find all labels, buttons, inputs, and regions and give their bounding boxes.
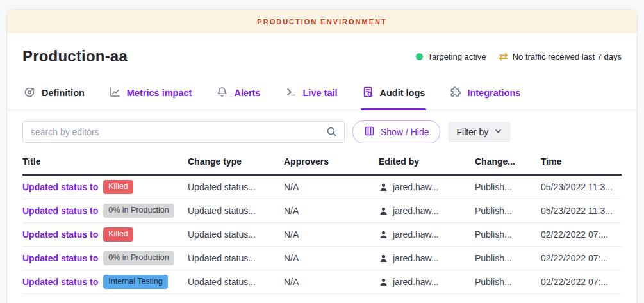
edited-by-cell: jared.haw...	[379, 277, 475, 287]
traffic-arrows-icon: ⇄	[499, 51, 508, 62]
approvers-cell: N/A	[284, 229, 379, 240]
tab-label: Alerts	[234, 88, 260, 98]
audit-log-table: Title Change type Approvers Edited by Ch…	[22, 151, 622, 294]
person-icon	[379, 183, 388, 192]
editor-name: jared.haw...	[393, 277, 439, 287]
change-type-cell: Updated status...	[188, 206, 284, 216]
person-icon	[379, 230, 388, 240]
person-icon	[379, 277, 388, 287]
table-row[interactable]: Updated status to Killed Updated status.…	[22, 223, 622, 247]
column-header-change: Change...	[475, 156, 541, 167]
header: Production-aa Targeting active ⇄ No traf…	[7, 33, 637, 65]
filter-by-button[interactable]: Filter by	[448, 122, 511, 142]
banner-text: PRODUCTION ENVIRONMENT	[257, 18, 386, 26]
table-row[interactable]: Updated status to 0% in Production Updat…	[22, 247, 622, 270]
editor-name: jared.haw...	[393, 229, 439, 240]
traffic-status-label: No traffic received last 7 days	[513, 52, 622, 61]
time-cell: 02/22/2022 07:...	[541, 253, 622, 263]
status-badge: Killed	[103, 180, 133, 193]
chevron-down-icon	[494, 127, 502, 137]
edited-by-cell: jared.haw...	[379, 229, 475, 240]
title-link[interactable]: Updated status to	[22, 182, 98, 192]
status-indicators: Targeting active ⇄ No traffic received l…	[416, 51, 622, 62]
tab-audit-logs[interactable]: Audit logs	[361, 78, 427, 110]
title-link[interactable]: Updated status to	[22, 277, 98, 287]
approvers-cell: N/A	[284, 206, 379, 216]
title-cell: Updated status to Killed	[22, 180, 188, 193]
time-cell: 02/22/2022 07:...	[541, 277, 622, 287]
edited-by-cell: jared.haw...	[379, 182, 475, 192]
table-header-row: Title Change type Approvers Edited by Ch…	[22, 151, 622, 176]
time-cell: 05/23/2022 11:3...	[541, 182, 622, 192]
tab-label: Live tail	[303, 88, 338, 98]
terminal-icon	[285, 86, 297, 100]
edited-by-cell: jared.haw...	[379, 206, 475, 216]
change-cell: Publish...	[475, 182, 541, 192]
change-type-cell: Updated status...	[188, 229, 284, 240]
status-badge: Internal Testing	[103, 275, 168, 288]
person-icon	[379, 206, 388, 216]
audit-log-icon	[362, 86, 374, 100]
tab-label: Definition	[42, 88, 85, 98]
change-cell: Publish...	[475, 277, 541, 287]
change-type-cell: Updated status...	[188, 253, 284, 263]
change-cell: Publish...	[475, 206, 541, 216]
search-input[interactable]	[22, 121, 345, 143]
change-cell: Publish...	[475, 229, 541, 240]
title-link[interactable]: Updated status to	[22, 229, 98, 240]
tab-live-tail[interactable]: Live tail	[284, 78, 339, 110]
table-row[interactable]: Updated status to 0% in Production Updat…	[22, 199, 622, 223]
bell-icon	[216, 86, 228, 100]
tab-definition[interactable]: Definition	[22, 78, 86, 110]
table-row[interactable]: Updated status to Killed Updated status.…	[22, 176, 622, 199]
search-icon	[326, 126, 338, 140]
title-link[interactable]: Updated status to	[22, 206, 98, 216]
change-type-cell: Updated status...	[188, 277, 284, 287]
green-dot-icon	[416, 53, 423, 60]
status-badge: 0% in Production	[103, 251, 174, 265]
change-cell: Publish...	[475, 253, 541, 263]
filter-by-label: Filter by	[456, 127, 488, 137]
person-icon	[379, 254, 388, 263]
edited-by-cell: jared.haw...	[379, 253, 475, 263]
table-row[interactable]: Updated status to Internal Testing Updat…	[22, 270, 622, 294]
column-header-edited-by: Edited by	[379, 156, 475, 167]
status-badge: Killed	[103, 227, 133, 241]
approvers-cell: N/A	[284, 182, 379, 192]
metrics-icon	[109, 86, 121, 100]
production-environment-banner: PRODUCTION ENVIRONMENT	[7, 10, 637, 33]
tab-label: Audit logs	[380, 88, 425, 98]
targeting-status-label: Targeting active	[427, 52, 486, 61]
tab-label: Integrations	[467, 88, 520, 98]
tab-bar: Definition Metrics impact Alerts	[7, 78, 637, 110]
traffic-status: ⇄ No traffic received last 7 days	[499, 51, 622, 62]
title-link[interactable]: Updated status to	[22, 253, 98, 263]
column-header-approvers: Approvers	[284, 156, 379, 167]
time-cell: 02/22/2022 07:...	[541, 229, 622, 240]
targeting-status: Targeting active	[416, 52, 486, 61]
environment-card: PRODUCTION ENVIRONMENT Production-aa Tar…	[6, 9, 638, 303]
show-hide-label: Show / Hide	[381, 127, 429, 137]
approvers-cell: N/A	[284, 253, 379, 263]
change-type-cell: Updated status...	[188, 182, 284, 192]
time-cell: 05/23/2022 11:3...	[541, 206, 622, 216]
tab-integrations[interactable]: Integrations	[448, 78, 522, 110]
columns-icon	[364, 126, 375, 138]
column-header-title: Title	[22, 156, 188, 167]
title-cell: Updated status to Killed	[22, 227, 188, 241]
definition-icon	[24, 86, 36, 100]
title-cell: Updated status to 0% in Production	[22, 204, 188, 217]
editor-name: jared.haw...	[393, 206, 439, 216]
page-title: Production-aa	[22, 47, 128, 65]
search-box	[22, 121, 345, 143]
title-cell: Updated status to 0% in Production	[22, 251, 188, 265]
show-hide-button[interactable]: Show / Hide	[352, 120, 440, 143]
tab-metrics-impact[interactable]: Metrics impact	[108, 78, 194, 110]
editor-name: jared.haw...	[393, 253, 439, 263]
title-cell: Updated status to Internal Testing	[22, 275, 188, 288]
tab-alerts[interactable]: Alerts	[215, 78, 261, 110]
status-badge: 0% in Production	[103, 204, 174, 217]
approvers-cell: N/A	[284, 277, 379, 287]
tab-label: Metrics impact	[127, 88, 192, 98]
toolbar: Show / Hide Filter by	[22, 120, 622, 143]
